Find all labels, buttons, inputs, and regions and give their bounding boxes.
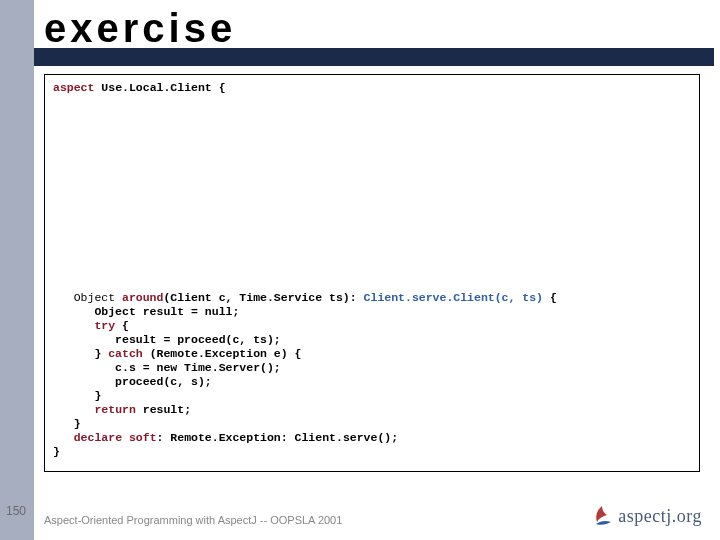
code-text: { [115,319,129,332]
slide-title: exercise [44,6,236,51]
code-text [53,403,94,416]
code-text: } [53,417,81,430]
pointcut-ref: Client.serve.Client(c, ts) [364,291,543,304]
keyword-return: return [94,403,135,416]
code-text: proceed(c, s); [53,375,212,388]
code-text: (Remote.Exception e) { [143,347,302,360]
code-text: Use.Local.Client { [94,81,225,94]
code-frame: aspect Use.Local.Client { Object around(… [44,74,700,472]
code-text: } [53,389,101,402]
code-text: (Client c, Time.Service ts): [163,291,363,304]
code-text: Object result = null; [53,305,239,318]
code-block: aspect Use.Local.Client { Object around(… [53,81,691,459]
keyword-aspect: aspect [53,81,94,94]
keyword-declare-soft: declare soft [74,431,157,444]
code-text: : Remote.Exception: Client.serve(); [157,431,399,444]
logo-text: aspectj.org [618,506,702,527]
code-text: { [543,291,557,304]
code-text: result; [136,403,191,416]
keyword-catch: catch [108,347,143,360]
sidebar-decoration [0,0,34,540]
logo: aspectj.org [590,504,702,528]
slide-number: 150 [6,504,26,518]
code-text: c.s = new Time.Server(); [53,361,281,374]
code-text [53,431,74,444]
aspectj-logo-icon [590,504,614,528]
code-text: } [53,347,108,360]
code-text [53,319,94,332]
footer-text: Aspect-Oriented Programming with AspectJ… [44,514,342,526]
keyword-around: around [122,291,163,304]
keyword-try: try [94,319,115,332]
code-text: result = proceed(c, ts); [53,333,281,346]
slide: exercise aspect Use.Local.Client { Objec… [0,0,720,540]
code-text: } [53,445,60,458]
code-text: Object [53,291,122,304]
